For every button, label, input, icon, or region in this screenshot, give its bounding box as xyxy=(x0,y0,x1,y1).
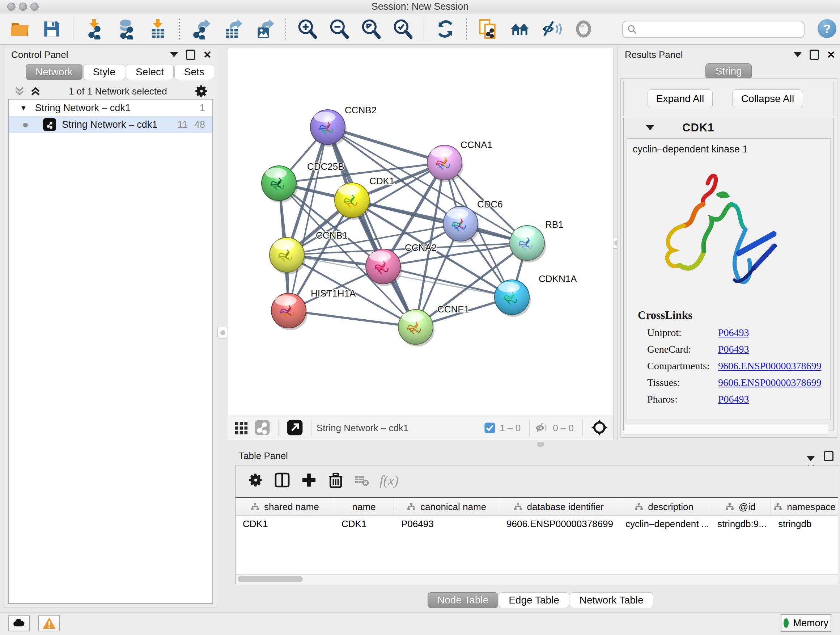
tab-network[interactable]: Network xyxy=(26,64,82,80)
save-session-icon[interactable] xyxy=(41,19,62,40)
delete-column-trash-icon[interactable] xyxy=(327,472,344,489)
tab-node-table[interactable]: Node Table xyxy=(428,592,498,608)
show-columns-icon[interactable] xyxy=(274,472,291,489)
panel-menu-icon[interactable] xyxy=(170,52,178,57)
panel-float-icon[interactable] xyxy=(824,451,834,461)
panel-menu-icon[interactable] xyxy=(807,456,815,461)
column-header-sharedname[interactable]: shared name xyxy=(235,498,334,516)
tab-network-table[interactable]: Network Table xyxy=(570,592,653,608)
hidden-eye-icon[interactable] xyxy=(535,421,549,435)
network-thumbnail-icon[interactable] xyxy=(254,420,270,437)
network-status-dot: ● xyxy=(22,119,28,131)
table-options-gear-icon[interactable] xyxy=(248,472,264,489)
import-table-file-icon[interactable] xyxy=(148,19,169,40)
gear-icon[interactable] xyxy=(194,84,209,98)
panel-float-icon[interactable] xyxy=(186,50,195,60)
search-input[interactable] xyxy=(638,22,804,36)
help-button[interactable]: ? xyxy=(818,19,836,38)
cell-name[interactable]: CDK1 xyxy=(334,516,394,532)
crosslink-link[interactable]: P06493 xyxy=(718,394,749,410)
tab-select[interactable]: Select xyxy=(126,64,174,80)
edge-HIST1H1A-CCNE1[interactable] xyxy=(289,310,416,327)
cell-namespace[interactable]: stringdb xyxy=(771,516,838,532)
edge-CCNB2-HIST1H1A[interactable] xyxy=(289,127,328,310)
panel-float-icon[interactable] xyxy=(810,50,819,60)
collapse-all-icon[interactable] xyxy=(13,85,26,97)
home-networks-icon[interactable] xyxy=(509,19,531,40)
node-label-CCNA2: CCNA2 xyxy=(405,242,437,253)
column-header-description[interactable]: description xyxy=(618,498,710,516)
grid-view-icon[interactable] xyxy=(234,420,248,436)
zoom-in-icon[interactable] xyxy=(297,19,317,40)
panel-close-icon[interactable]: ✕ xyxy=(203,49,212,61)
search-icon xyxy=(627,24,638,35)
open-session-icon[interactable] xyxy=(9,19,30,40)
network-view-canvas[interactable]: CCNB2CCNA1CDC25BCDK1CDC6RB1CCNB1CCNA2CDK… xyxy=(228,48,614,416)
table-row[interactable]: CDK1CDK1P064939606.ENSP00000378699cyclin… xyxy=(235,516,838,532)
gene-result-card: CDK1 cyclin–dependent kinase 1 xyxy=(623,118,834,431)
crosslink-link[interactable]: 9606.ENSP00000378699 xyxy=(718,360,821,377)
collapse-all-button[interactable]: Collapse All xyxy=(732,89,803,108)
tab-style[interactable]: Style xyxy=(83,64,125,80)
node-CCNA1[interactable]: CCNA1 xyxy=(427,139,493,182)
column-header-databaseidentifier[interactable]: database identifier xyxy=(499,498,618,516)
selected-checkbox-icon[interactable] xyxy=(484,422,496,434)
node-HIST1H1A[interactable]: HIST1H1A xyxy=(271,288,356,330)
crosslink-link[interactable]: P06493 xyxy=(718,327,749,344)
function-builder-icon[interactable]: f(x) xyxy=(379,472,399,488)
warning-icon[interactable] xyxy=(38,616,60,631)
string-network-graph[interactable]: CCNB2CCNA1CDC25BCDK1CDC6RB1CCNB1CCNA2CDK… xyxy=(228,48,613,416)
tab-sets[interactable]: Sets xyxy=(174,64,214,80)
export-table-icon[interactable] xyxy=(222,19,243,40)
column-header-canonicalname[interactable]: canonical name xyxy=(394,498,499,516)
table-header-row: shared namenamecanonical namedatabase id… xyxy=(235,497,838,516)
network-collection-row[interactable]: ▼ String Network – cdk1 1 xyxy=(9,100,212,116)
export-image-icon[interactable] xyxy=(254,19,275,40)
delete-table-icon[interactable] xyxy=(354,472,369,489)
zoom-selected-icon[interactable] xyxy=(392,19,413,40)
eye-icon[interactable] xyxy=(573,19,594,40)
create-column-plus-icon[interactable] xyxy=(301,472,317,489)
string-document-icon[interactable] xyxy=(477,19,499,40)
column-header-namespace[interactable]: namespace xyxy=(771,498,838,516)
cell-id[interactable]: stringdb:9... xyxy=(710,516,771,532)
crosslink-link[interactable]: 9606.ENSP00000378699 xyxy=(718,377,821,394)
import-network-database-icon[interactable] xyxy=(116,19,137,40)
tab-edge-table[interactable]: Edge Table xyxy=(499,592,569,608)
table-hscrollbar-thumb[interactable] xyxy=(238,576,303,582)
cell-canonicalname[interactable]: P06493 xyxy=(394,516,499,532)
node-RB1[interactable]: RB1 xyxy=(510,219,564,263)
panel-menu-icon[interactable] xyxy=(794,52,802,57)
birds-eye-view-icon[interactable] xyxy=(286,419,303,437)
network-row-selected[interactable]: ● String Network – cdk1 11 48 xyxy=(9,116,212,133)
column-header-id[interactable]: @id xyxy=(710,498,771,516)
tab-string[interactable]: String xyxy=(706,63,752,79)
toolbar-separator xyxy=(286,18,286,40)
export-network-icon[interactable] xyxy=(190,19,211,40)
expand-all-icon[interactable] xyxy=(29,85,42,97)
results-scrollbar-track[interactable] xyxy=(624,424,828,435)
column-header-name[interactable]: name xyxy=(334,498,394,516)
refresh-icon[interactable] xyxy=(435,19,456,40)
import-network-file-icon[interactable] xyxy=(84,19,105,40)
toolbar-separator xyxy=(179,18,180,40)
zoom-out-icon[interactable] xyxy=(328,19,349,40)
node-CDKN1A[interactable]: CDKN1A xyxy=(494,273,577,317)
fit-content-crosshair-icon[interactable] xyxy=(591,419,608,437)
tree-expander-icon[interactable]: ▼ xyxy=(20,104,27,112)
cell-description[interactable]: cyclin–dependent ... xyxy=(618,516,710,532)
zoom-fit-icon[interactable] xyxy=(360,19,381,40)
table-hscrollbar-track[interactable] xyxy=(235,574,838,584)
cloud-status-icon[interactable] xyxy=(8,616,30,631)
memory-button[interactable]: Memory xyxy=(781,614,831,632)
cell-databaseidentifier[interactable]: 9606.ENSP00000378699 xyxy=(499,516,618,532)
cell-sharedname[interactable]: CDK1 xyxy=(235,516,334,532)
expand-all-button[interactable]: Expand All xyxy=(647,89,713,108)
hide-unhide-icon[interactable] xyxy=(541,19,562,40)
left-splitter-handle[interactable] xyxy=(218,327,228,339)
crosslink-link[interactable]: P06493 xyxy=(718,344,749,360)
panel-close-icon[interactable]: ✕ xyxy=(827,49,835,61)
bottom-splitter-handle[interactable] xyxy=(537,442,544,447)
node-CDC6[interactable]: CDC6 xyxy=(443,199,503,243)
collapse-gene-icon[interactable] xyxy=(646,125,654,130)
